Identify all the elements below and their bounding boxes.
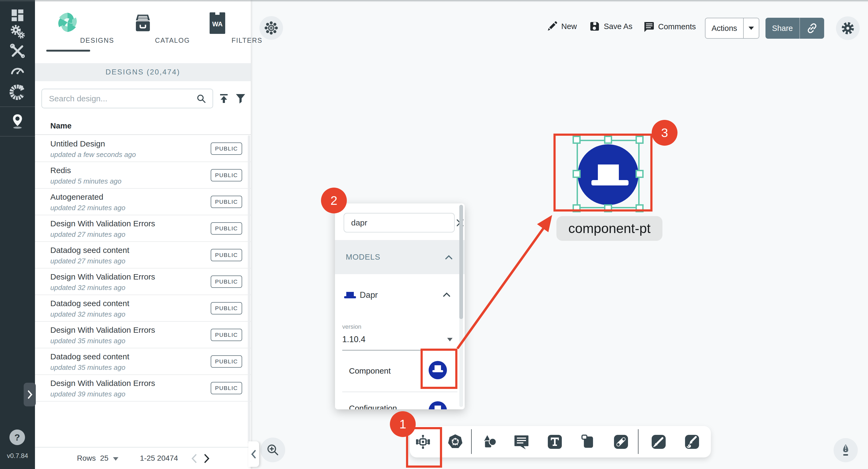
annotation-badge-3: 3 [652,120,678,146]
models-section-header[interactable]: MODELS [335,240,465,274]
tab-designs[interactable]: DESIGNS [38,0,97,62]
gear-icon [840,21,856,36]
save-icon [589,21,600,32]
design-row[interactable]: Datadog seed content updated 32 minutes … [35,295,251,322]
actions-button[interactable]: Actions [705,18,759,39]
prev-page-icon[interactable] [190,454,197,464]
drawer-scrollbar[interactable] [248,135,250,443]
new-button[interactable]: New [546,21,577,32]
pagination-bar: Rows 25 1-25 20474 [35,447,251,469]
model-search-input[interactable] [344,218,456,228]
visibility-badge: PUBLIC [211,196,242,208]
select-caret-icon [447,338,453,341]
visibility-badge: PUBLIC [211,249,242,261]
node-name-label[interactable]: component-pt [556,216,662,241]
pen-nib-button[interactable] [834,438,858,462]
design-search-input[interactable] [42,94,196,103]
molecule-icon [264,21,279,35]
drawer-collapse-handle[interactable] [248,441,259,467]
search-icon[interactable] [196,93,207,104]
save-as-button[interactable]: Save As [589,21,632,32]
configuration-tools-icon[interactable] [0,43,35,59]
draw-edge-tool-button[interactable] [650,433,668,451]
lifecycle-gears-icon[interactable] [0,24,35,40]
version-value: 1.10.4 [342,335,365,344]
rail-divider [0,136,35,137]
visibility-badge: PUBLIC [211,302,242,314]
share-button[interactable]: Share [766,18,824,39]
help-button[interactable]: ? [9,430,25,445]
text-tool-button[interactable] [546,433,564,451]
visibility-badge: PUBLIC [211,329,242,341]
upload-design-icon[interactable] [218,93,230,104]
zoom-in-icon [265,442,280,458]
designs-count-header: DESIGNS (20,474) [35,63,251,81]
visibility-badge: PUBLIC [211,169,242,181]
model-search-box[interactable] [344,213,455,233]
top-edge-shadow [0,0,868,2]
design-row[interactable]: Design With Validation Errors updated 32… [35,268,251,295]
dashboard-icon[interactable] [0,7,35,23]
design-row[interactable]: Untitled Design updated a few seconds ag… [35,135,251,162]
wasm-filter-icon: WA [188,12,247,34]
configuration-shape-icon[interactable] [429,401,447,409]
model-row-dapr[interactable]: Dapr [335,274,465,319]
design-row[interactable]: Datadog seed content updated 35 minutes … [35,348,251,375]
version-select[interactable]: 1.10.4 [342,335,455,344]
active-tab-underline [46,50,90,52]
dapr-mini-hat-brim [344,296,356,298]
pencil-icon [546,21,558,32]
tab-filters[interactable]: WA FILTERS [188,0,247,62]
page-size-value[interactable]: 25 [100,454,108,463]
toolbar-divider [638,429,639,454]
shapes-tool-button[interactable] [480,433,498,451]
chevron-up-icon[interactable] [443,292,451,297]
kanvas-app: New Save As Comments Actions Share [0,0,868,469]
frame-tool-button[interactable] [579,433,597,451]
configuration-row[interactable]: Configuration [335,392,465,409]
actions-label: Actions [706,24,743,33]
pen-nib-icon [838,443,853,458]
design-row[interactable]: Design With Validation Errors updated 27… [35,215,251,242]
chevron-up-icon[interactable] [445,255,453,260]
design-search-box[interactable] [41,89,213,108]
kanvas-pin-icon[interactable] [0,113,35,130]
panel-scrollbar-thumb[interactable] [459,205,463,319]
tab-catalog[interactable]: CATALOG [113,0,173,62]
design-row[interactable]: Redis updated 5 minutes ago PUBLIC [35,162,251,189]
rail-expand-handle[interactable] [24,383,36,406]
visibility-badge: PUBLIC [211,222,242,235]
name-column-header: Name [50,122,71,130]
models-section-title: MODELS [346,253,445,262]
catalog-archive-icon [113,13,173,34]
performance-gauge-icon[interactable] [0,62,35,79]
link-tool-button[interactable] [612,433,630,451]
canvas-mesh-button[interactable] [259,16,283,40]
visibility-badge: PUBLIC [211,355,242,368]
freehand-draw-tool-button[interactable] [683,433,701,451]
design-row[interactable]: Autogenerated updated 22 minutes ago PUB… [35,189,251,215]
meshery-spiral-icon [38,11,97,33]
annotation-badge-2: 2 [321,188,347,213]
filter-designs-icon[interactable] [235,93,246,104]
design-row[interactable]: Design With Validation Errors updated 39… [35,375,251,402]
link-icon[interactable] [800,22,824,34]
comment-tool-button[interactable] [513,433,530,451]
design-row[interactable]: Datadog seed content updated 27 minutes … [35,242,251,268]
comments-button[interactable]: Comments [643,21,696,33]
configuration-label: Configuration [349,404,397,409]
kubernetes-tool-button[interactable] [446,433,464,451]
model-name: Dapr [360,290,378,300]
version-label: version [342,323,361,330]
tab-filters-label: FILTERS [217,37,277,44]
zoom-button[interactable] [260,438,285,462]
settings-button[interactable] [836,16,860,40]
rail-divider [0,106,35,107]
extensions-icon[interactable] [0,83,35,100]
design-row[interactable]: Design With Validation Errors updated 35… [35,322,251,348]
page-range: 1-25 20474 [140,454,178,463]
share-label: Share [766,24,799,33]
next-page-icon[interactable] [204,454,210,464]
actions-caret[interactable] [744,26,759,30]
page-size-caret-icon[interactable] [113,457,118,461]
